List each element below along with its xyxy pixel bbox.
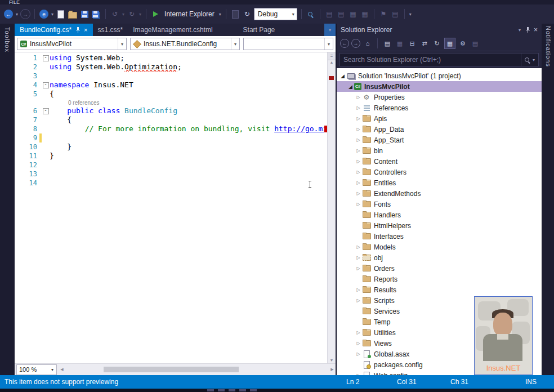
run-target-label[interactable]: Internet Explorer [164,10,215,18]
tree-item-entities[interactable]: ▷Entities [337,177,542,188]
attach-process-button[interactable] [230,8,240,20]
error-marker[interactable] [329,76,334,80]
code-text[interactable] [50,133,327,142]
member-dropdown[interactable]: ▾ [243,38,333,50]
code-text[interactable]: } [50,152,327,161]
se-back-button[interactable]: ← [340,39,349,48]
code-line[interactable]: 7 { [15,115,327,124]
code-line[interactable]: 3 [15,72,327,81]
se-forward-button[interactable]: → [351,39,360,48]
code-line[interactable]: 2using System.Web.Optimization; [15,63,327,72]
code-text[interactable] [50,179,327,188]
home-button[interactable]: ⌂ [363,38,373,48]
breakpoint-margin[interactable] [15,133,23,142]
code-line[interactable]: 4-namespace Insus.NET [15,81,327,90]
type-dropdown[interactable]: Insus.NET.BundleConfig ▾ [130,38,240,50]
expand-collapsed-icon[interactable]: ▷ [355,287,362,292]
project-node[interactable]: ◢C#InsusMvcPilot [337,81,542,92]
tree-item-references[interactable]: ▷References [337,103,542,113]
expand-collapsed-icon[interactable]: ▷ [355,298,362,303]
fold-collapse-icon[interactable]: - [43,55,49,61]
breakpoint-margin[interactable] [15,142,23,152]
expand-collapsed-icon[interactable]: ▷ [355,116,362,121]
tree-item-htmlhelpers[interactable]: HtmlHelpers [337,220,542,231]
search-options-button[interactable]: ▾ [521,54,538,66]
run-target-dropdown-icon[interactable]: ▾ [218,12,222,17]
find-button[interactable] [306,8,316,20]
breakpoint-margin[interactable] [15,170,23,179]
refresh-button[interactable]: ↻ [432,38,442,48]
close-icon[interactable]: × [84,27,87,33]
expand-collapsed-icon[interactable]: ▷ [355,330,362,335]
tree-item-bin[interactable]: ▷bin [337,145,542,156]
toolbar-options-icon[interactable]: ▾ [409,12,412,17]
expand-collapsed-icon[interactable]: ▷ [355,341,362,346]
code-line[interactable]: 5{ [15,90,327,99]
breakpoint-margin[interactable] [15,124,23,133]
code-line[interactable]: 8 // For more information on bundling, v… [15,124,327,133]
project-dropdown[interactable]: C# InsusMvcPilot ▾ [17,38,127,50]
scroll-down-icon[interactable]: ▼ [328,358,336,362]
expand-collapsed-icon[interactable]: ▷ [355,95,362,100]
tree-item-app-start[interactable]: ▷App_Start [337,135,542,145]
breakpoint-margin[interactable] [15,152,23,161]
code-text[interactable]: public class BundleConfig [50,106,327,115]
expand-collapsed-icon[interactable]: ▷ [355,105,362,110]
close-icon[interactable]: × [534,26,538,34]
code-text[interactable]: using System.Web.Optimization; [50,63,327,72]
code-text[interactable]: { [50,90,327,99]
code-line[interactable]: 14 [15,179,327,188]
undo-dropdown-icon[interactable]: ▾ [122,12,125,17]
navigate-forward-button[interactable]: → [20,8,30,20]
browse-dropdown-icon[interactable]: ▾ [51,12,54,17]
window-position-icon[interactable]: ▾ [518,28,521,33]
expand-expanded-icon[interactable]: ◢ [339,73,346,79]
pin-icon[interactable] [75,26,81,33]
breakpoint-margin[interactable] [15,81,23,90]
code-text[interactable] [50,72,327,81]
expand-collapsed-icon[interactable]: ▷ [355,170,362,175]
tree-item-reports[interactable]: Reports [337,274,542,284]
tree-item-apis[interactable]: ▷Apis [337,113,542,124]
expand-collapsed-icon[interactable]: ▷ [355,202,362,207]
properties-button[interactable]: ⚙ [458,38,468,48]
breakpoint-margin[interactable] [15,90,23,99]
expand-collapsed-icon[interactable]: ▷ [355,351,362,357]
scroll-up-icon[interactable]: ▲ [328,60,336,64]
breakpoint-margin[interactable] [15,161,23,170]
scroll-left-icon[interactable]: ◀ [59,367,65,372]
comment-button[interactable]: ▦ [348,8,358,20]
scope-to-this-button[interactable]: ▦ [395,38,405,48]
bookmark-button[interactable]: ⚑ [378,8,388,20]
search-input[interactable] [340,56,521,64]
breakpoint-margin[interactable] [15,72,23,81]
code-text[interactable]: using System.Web; [50,54,327,63]
breakpoint-margin[interactable] [15,63,23,72]
show-all-files-button[interactable]: ▦ [444,38,455,49]
new-file-button[interactable] [56,8,66,20]
breakpoint-margin[interactable] [15,54,23,63]
next-bookmark-button[interactable]: ▤ [390,8,400,20]
indent-increase-button[interactable]: ▤ [336,8,346,20]
code-text[interactable]: } [50,142,327,152]
expand-expanded-icon[interactable]: ◢ [347,84,354,90]
solution-configuration-select[interactable]: Debug ▾ [254,8,297,20]
tree-item-orders[interactable]: ▷Orders [337,263,542,274]
collapse-all-button[interactable]: ⊟ [407,38,417,48]
code-text[interactable] [50,170,327,179]
open-file-button[interactable] [68,8,78,20]
code-text[interactable] [50,161,327,170]
zoom-dropdown[interactable]: 100 % ▾ [16,364,57,375]
expand-collapsed-icon[interactable]: ▷ [355,137,362,142]
tree-item-properties[interactable]: ▷⚙Properties [337,92,542,103]
save-button[interactable] [79,8,90,20]
expand-collapsed-icon[interactable]: ▷ [355,266,362,271]
code-line[interactable]: 1-using System.Web; [15,54,327,63]
solution-node[interactable]: ◢Solution 'InsusMvcPilot' (1 project) [337,70,542,81]
navigate-back-button[interactable]: ← [3,8,14,20]
breakpoint-margin[interactable] [15,115,23,124]
horizontal-scrollbar[interactable] [68,366,327,373]
redo-button[interactable]: ↻ [127,8,137,20]
refresh-button[interactable]: ↻ [242,8,252,20]
tree-item-app-data[interactable]: ▷App_Data [337,124,542,135]
